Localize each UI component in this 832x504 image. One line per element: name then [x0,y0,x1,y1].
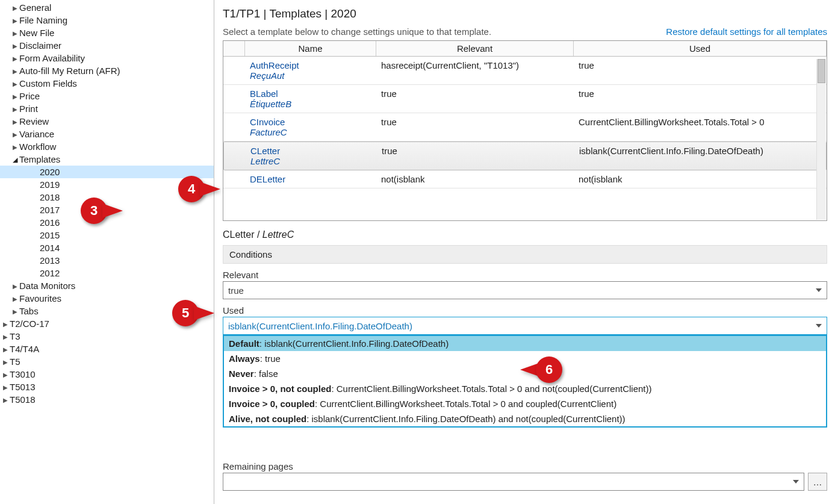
table-row[interactable]: CLetterLettreCtrueisblank(CurrentClient.… [223,142,827,170]
tree-label: Review [19,116,49,126]
row-used: CurrentClient.BillingWorksheet.Totals.To… [574,116,827,138]
tree-label: Favourites [19,293,61,303]
restore-defaults-link[interactable]: Restore default settings for all templat… [666,26,827,37]
table-row[interactable]: DELetternot(isblanknot(isblank [223,170,827,188]
col-relevant[interactable]: Relevant [376,41,574,56]
chevron-right-icon [12,294,18,303]
dropdown-option[interactable]: Alive, not coupled: isblank(CurrentClien… [224,411,826,426]
row-name: DELetter [245,173,376,185]
table-row[interactable]: CInvoiceFactureCtrueCurrentClient.Billin… [223,113,827,142]
tree-item[interactable]: Auto-fill My Return (AFR) [0,64,214,77]
col-name[interactable]: Name [245,41,376,56]
tree-label: Disclaimer [19,40,61,51]
chevron-down-icon [12,155,18,164]
tree-item-year[interactable]: 2019 [0,178,214,191]
tree-label: T5013 [10,382,36,392]
row-used: not(isblank [574,173,827,185]
tree-label: T5018 [10,394,36,405]
tree-item-year[interactable]: 2012 [0,267,214,279]
dropdown-option[interactable]: Invoice > 0, not coupled: CurrentClient.… [224,381,826,396]
tree-item[interactable]: New File [0,26,214,39]
dropdown-option[interactable]: Default: isblank(CurrentClient.Info.Fili… [224,336,826,351]
tree-item-year[interactable]: 2020 [0,166,214,178]
main-panel: T1/TP1 | Templates | 2020 Select a templ… [214,0,832,504]
dropdown-option[interactable]: Always: true [224,351,826,366]
tree-label: T3 [10,331,20,341]
tree-label: Variance [19,129,54,139]
row-icon [224,145,246,167]
chevron-right-icon [12,117,18,126]
tree-item-year[interactable]: 2013 [0,254,214,267]
dropdown-option[interactable]: Invoice > 0, coupled: CurrentClient.Bill… [224,396,826,411]
tree-item[interactable]: T2/CO-17 [0,317,214,330]
scrollbar[interactable] [816,59,826,220]
ellipsis-button[interactable]: … [808,473,827,491]
tree-item[interactable]: Print [0,102,214,115]
row-name: AuthReceiptReçuAut [245,59,376,82]
tree-label: General [19,2,51,13]
tree-item[interactable]: Workflow [0,140,214,153]
tree-item[interactable]: Review [0,115,214,128]
chevron-right-icon [2,332,8,341]
tree-item[interactable]: Tabs [0,305,214,317]
tree-item-year[interactable]: 2014 [0,241,214,254]
used-label: Used [223,305,827,316]
tree-label: Workflow [19,142,56,152]
row-name: CInvoiceFactureC [245,116,376,138]
detail-name: CLetter [223,229,254,240]
scrollbar-thumb[interactable] [818,59,825,83]
table-row[interactable]: BLabelÉtiquetteBtruetrue [223,85,827,113]
tree-item[interactable]: T5013 [0,381,214,393]
chevron-right-icon [2,345,8,353]
chevron-down-icon [793,480,799,484]
tree-label: T5 [10,356,20,367]
chevron-right-icon [12,79,18,88]
tree-item[interactable]: Variance [0,128,214,140]
row-name: CLetterLettreC [246,145,377,167]
row-icon [223,59,245,82]
tree-label: 2018 [40,192,60,202]
tree-item[interactable]: T4/T4A [0,343,214,355]
tree-item[interactable]: File Naming [0,14,214,26]
tree-label: 2020 [40,167,60,177]
chevron-right-icon [12,4,18,12]
relevant-combo[interactable]: true [223,281,827,299]
tree-item[interactable]: Favourites [0,292,214,305]
row-icon [223,173,245,185]
remaining-combo[interactable] [223,473,804,491]
row-relevant: true [376,116,574,138]
tree-item[interactable]: General [0,1,214,14]
chevron-right-icon [12,282,18,290]
dropdown-option[interactable]: Never: false [224,366,826,381]
col-used[interactable]: Used [574,41,827,56]
tree-item-templates[interactable]: Templates [0,153,214,166]
used-combo[interactable]: isblank(CurrentClient.Info.Filing.DateOf… [223,317,827,335]
tree-item[interactable]: T5 [0,355,214,368]
chevron-right-icon [12,143,18,151]
tree-label: 2019 [40,179,60,190]
chevron-right-icon [2,358,8,366]
tree-item[interactable]: T3010 [0,368,214,381]
remaining-label: Remaining pages [223,461,827,471]
row-icon [223,87,245,110]
tree-item[interactable]: Price [0,90,214,102]
tree-item-year[interactable]: 2016 [0,216,214,229]
tree-label: 2015 [40,230,60,240]
chevron-right-icon [12,54,18,63]
tree-label: Print [19,104,38,114]
tree-item-year[interactable]: 2017 [0,204,214,216]
detail-header: CLetter / LettreC [223,229,827,240]
chevron-right-icon [12,92,18,101]
tree-item[interactable]: T5018 [0,393,214,406]
tree-item[interactable]: Custom Fields [0,77,214,90]
table-row[interactable]: AuthReceiptReçuAuthasreceipt(CurrentClie… [223,57,827,85]
conditions-header: Conditions [223,245,827,264]
used-dropdown: Default: isblank(CurrentClient.Info.Fili… [223,335,827,428]
sidebar: GeneralFile NamingNew FileDisclaimerForm… [0,0,214,504]
tree-item-year[interactable]: 2018 [0,191,214,204]
tree-item[interactable]: Data Monitors [0,279,214,292]
tree-item[interactable]: Disclaimer [0,39,214,52]
tree-item-year[interactable]: 2015 [0,229,214,241]
tree-item[interactable]: T3 [0,330,214,343]
tree-item[interactable]: Form Availability [0,52,214,64]
